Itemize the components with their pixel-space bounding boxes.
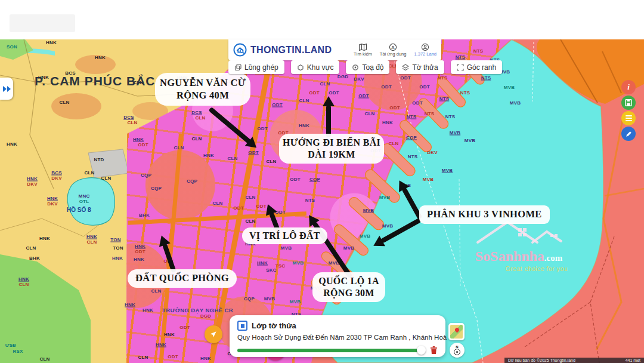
save-icon <box>624 99 633 107</box>
parcel-code-label: HNK <box>133 137 144 142</box>
parcel-code-label: CLN <box>388 141 398 146</box>
parcel-code-label: ODT <box>329 90 339 96</box>
my-location-button[interactable] <box>205 325 222 343</box>
annotation-huong-di-bien: HƯỚNG ĐI BIỂN BÃIDÀI 19KM <box>279 134 384 164</box>
parcel-code-label: CQP <box>244 296 255 302</box>
parcel-code-label: ODT <box>400 75 411 81</box>
parcel-code-label: CLN <box>245 195 255 200</box>
nav-account[interactable]: 1.372 Land <box>414 43 436 57</box>
ward-name-label: P. CAM PHÚC BẮC <box>35 74 155 88</box>
draw-button[interactable] <box>621 127 636 141</box>
layer-panel: Lớp tờ thửa Quy Hoạch Sử Dụng Đất Đến Nă… <box>230 315 445 357</box>
pen-icon <box>625 130 633 138</box>
boundary-corner-icon <box>457 64 464 71</box>
watermark-tagline: Great choice for you <box>470 265 568 272</box>
parcel-code-label: MVB <box>360 233 370 239</box>
parcel-code-label: CQP <box>406 135 417 140</box>
parcel-code-label: HNK <box>143 307 153 313</box>
parcel-code-label: ODT <box>358 93 369 99</box>
compass-dial-icon <box>454 349 460 355</box>
school-code-label: DGD <box>200 313 211 319</box>
parcel-code-label: MVB <box>442 168 453 173</box>
parcel-code-label: ODT <box>179 325 190 330</box>
menu-icon <box>626 115 632 121</box>
parcel-code-label: ODT <box>272 102 283 107</box>
parcel-code-label: DKV <box>427 150 438 155</box>
parcel-code-label: CLN <box>127 120 137 125</box>
parcel-code-label: HNK <box>299 123 309 128</box>
save-button[interactable] <box>621 96 636 110</box>
parcel-code-label: CLN <box>174 145 184 150</box>
parcel-code-label: ODT <box>257 126 268 131</box>
compass-button[interactable]: N <box>450 343 465 358</box>
parcel-code-label: TON <box>113 245 123 251</box>
map-attribution: Dữ liệu bản đồ ©2025 Thongtin.land 441 m… <box>504 358 644 363</box>
toolbar-button-long-ghep[interactable]: Lồng ghép <box>228 60 284 74</box>
lake-name-label: HỒ SỐ 8 <box>67 207 91 213</box>
parcel-code-label: HNK <box>7 141 17 147</box>
parcel-code-label: CLN <box>195 115 205 121</box>
parcel-code-label: CLN <box>59 100 69 105</box>
toolbar-button-to-thua[interactable]: Tờ thửa <box>396 60 444 74</box>
parcel-code-label: HNK <box>200 356 211 361</box>
nav-search[interactable]: Tìm kiếm <box>354 43 372 57</box>
map-toolbar: Lồng ghép Khu vực Toạ độ Tờ thửa Góc ran… <box>228 60 502 74</box>
map-canvas[interactable]: SONHNKHNKHNKCLNCLNHNKCLNBCSDCSCLNDCSCLNH… <box>0 39 644 363</box>
layers-menu-button[interactable] <box>621 111 636 125</box>
map-search-icon <box>358 43 367 51</box>
opacity-slider[interactable] <box>237 349 424 352</box>
annotation-vi-tri-lo-dat: VỊ TRÍ LÔ ĐẤT <box>242 227 327 244</box>
parcel-code-label: HNK <box>257 260 268 266</box>
parcel-code-label: BCS <box>51 170 62 176</box>
parcel-code-label: MVB <box>343 245 354 251</box>
parcel-code-label: NTS <box>408 154 418 159</box>
parcel-code-label: MVB <box>382 223 393 229</box>
parcel-code-label: DCS <box>191 110 202 115</box>
parcel-code-label: ODT <box>138 142 148 147</box>
parcel-code-label: BHK <box>139 213 150 218</box>
chevron-right-icon <box>3 86 7 92</box>
delete-layer-button[interactable] <box>430 346 438 355</box>
parcel-code-label: MVB <box>281 245 292 251</box>
info-button[interactable]: i <box>621 80 636 94</box>
parcel-code-label: CLN <box>245 219 255 224</box>
parcel-code-label: HNK <box>46 40 57 45</box>
parcel-code-label: DCS <box>123 115 134 120</box>
parcel-code-label: HNK <box>112 256 123 261</box>
parcel-code-label: CLN <box>227 156 237 161</box>
parcel-code-label: CLN <box>18 282 29 287</box>
layer-description: Quy Hoạch Sử Dụng Đất Đến Năm 2030 TP Ca… <box>237 334 438 341</box>
parcel-code-label: HNK <box>39 236 50 241</box>
minimap-button[interactable] <box>448 323 465 340</box>
parcel-sheet-icon <box>402 64 409 71</box>
parcel-code-label: CLN <box>138 355 148 360</box>
thongtin-logo-icon <box>233 43 247 57</box>
parcel-code-label: NTS <box>473 48 484 54</box>
annotation-phan-khu-3: PHÂN KHU 3 VINHOME <box>419 205 550 224</box>
parcel-code-label: CLN <box>39 356 49 362</box>
parcel-code-label: MVB <box>465 138 475 143</box>
parcel-code-label: NTD <box>94 157 104 162</box>
parcel-code-label: CLN <box>151 288 161 294</box>
sidebar-expand-tab[interactable] <box>0 78 13 100</box>
layer-checkbox-icon[interactable] <box>237 321 247 331</box>
annotation-nguyen-van-cu: NGUYỄN VĂN CỪRỘNG 40M <box>155 73 250 106</box>
toolbar-button-khu-vuc[interactable]: Khu vực <box>291 60 340 74</box>
parcel-code-label: SKC <box>266 267 277 273</box>
parcel-code-label: RSX <box>13 349 23 354</box>
annotation-dat-quoc-phong: ĐẤT QUỐC PHÒNG <box>128 269 237 288</box>
opacity-slider-knob[interactable] <box>417 346 426 355</box>
parcel-code-label: HNK <box>164 332 175 337</box>
parcel-code-label: DGD <box>338 74 348 79</box>
toolbar-button-toa-do[interactable]: Toạ độ <box>346 60 389 74</box>
toolbar-button-goc-ranh[interactable]: Góc ranh <box>451 60 502 74</box>
compass-north-label: N <box>456 346 458 349</box>
parcel-code-label: NTS <box>439 96 450 101</box>
parcel-code-label: CLN <box>86 239 97 245</box>
parcel-code-label: HNK <box>125 302 135 307</box>
parcel-code-label: ƯSĐ <box>5 343 16 348</box>
header-bar: THONGTIN.LAND Tìm kiếm A Tải ứng dụng 1.… <box>228 39 441 60</box>
school-name-label: TRƯỜNG DẠY NGHỀ CR <box>162 307 233 313</box>
nav-download-app[interactable]: A Tải ứng dụng <box>380 43 407 57</box>
parcel-code-label: DKV <box>47 201 58 207</box>
